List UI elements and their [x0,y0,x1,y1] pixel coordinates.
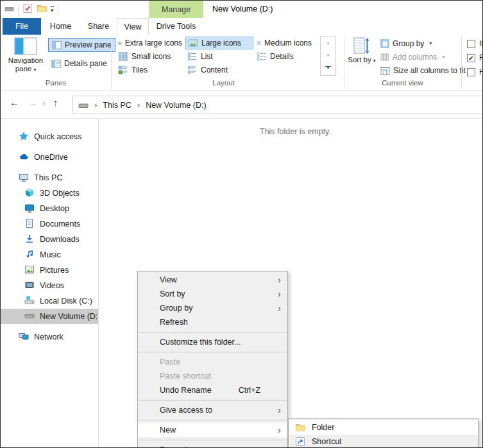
gallery-more-icon[interactable]: ▼ [321,62,335,75]
quick-access-toolbar: ▾ [4,3,58,16]
add-columns-icon [380,53,389,62]
layout-details[interactable]: Details [255,50,314,63]
submenu-item-shortcut[interactable]: Shortcut [289,435,478,448]
sidebar-item-music[interactable]: Music [1,247,98,263]
manage-contextual-header: Manage [149,1,203,18]
menu-item-customize-this-folder[interactable]: Customize this folder... [138,335,287,349]
sort-by-icon [353,37,370,55]
gallery-scroll-up-icon[interactable]: ▲ [321,37,335,49]
menu-item-properties[interactable]: Properties [138,443,287,448]
layout-large-icons-selected[interactable]: Large icons [185,37,253,49]
sidebar-item-quick-access[interactable]: Quick access [1,129,98,144]
menu-item-label: Paste shortcut [160,372,211,381]
content-icon [187,65,198,75]
document-icon [24,218,35,230]
layout-medium-icons[interactable]: Medium icons [255,37,314,49]
menu-item-refresh[interactable]: Refresh [138,315,287,329]
submenu-item-folder-highlighted[interactable]: Folder [289,420,478,435]
preview-pane-button[interactable]: Preview pane [48,38,115,52]
extra-large-icons-icon [118,38,122,48]
layout-extra-large-icons[interactable]: Extra large icons [116,37,184,49]
breadcrumb-new-volume[interactable]: New Volume (D:) [146,101,206,110]
picture-icon [24,264,35,277]
sort-by-button[interactable]: Sort by▾ [347,37,377,79]
up-button[interactable]: ↑ [53,97,58,108]
menu-item-give-access-to[interactable]: Give access to › [138,403,287,417]
sidebar-item-pictures[interactable]: Pictures [1,263,98,278]
submenu-chevron-icon: › [278,301,281,315]
folder-icon [295,422,305,433]
menu-item-label: Sort by [160,289,185,298]
layout-tiles[interactable]: Tiles [116,64,184,76]
sidebar-item-label: Pictures [40,266,69,275]
dropdown-icon: ▾ [33,67,36,73]
checkbox[interactable] [467,40,475,48]
back-button[interactable]: ← [10,97,19,108]
properties-check-icon[interactable] [22,3,33,16]
sidebar-item-desktop[interactable]: Desktop [1,201,98,216]
breadcrumb-this-pc[interactable]: This PC [103,101,131,110]
sidebar-item-label: Music [40,250,61,259]
sidebar-item-this-pc[interactable]: This PC [1,170,98,185]
sidebar-item-3d-objects[interactable]: 3D Objects [1,185,98,201]
checkbox-checked[interactable]: ✔ [467,54,475,62]
size-columns-icon [380,66,390,75]
menu-item-new-highlighted[interactable]: New › [138,423,287,437]
breadcrumb-chevron-icon[interactable]: › [94,100,97,110]
context-menu: View › Sort by › Group by › Refresh Cust… [137,271,288,448]
drive-icon [78,100,89,110]
group-by-button[interactable]: Group by▾ [380,37,466,50]
navigation-pane-button[interactable]: Navigation pane▾ [6,37,46,79]
layout-small-icons[interactable]: Small icons [116,50,184,63]
breadcrumb-chevron-icon[interactable]: › [137,100,140,110]
recent-locations-chevron-icon: ∨ [42,100,46,107]
submenu-item-label: Folder [312,423,334,432]
menu-item-group-by[interactable]: Group by › [138,301,287,315]
customize-qat-dropdown-icon[interactable]: ▾ [51,6,54,13]
tab-view[interactable]: View [117,18,149,35]
menu-item-view[interactable]: View › [138,273,287,287]
computer-icon [19,172,29,184]
tab-file[interactable]: File [3,18,41,35]
file-name-extensions-checkbox[interactable]: ✔ F [467,51,483,65]
layout-list[interactable]: List [185,50,253,63]
sidebar-item-new-volume-d-selected[interactable]: New Volume (D:) [1,309,98,324]
details-pane-button[interactable]: Details pane [48,56,110,71]
sidebar-item-downloads[interactable]: Downloads [1,232,98,247]
title-bar: ▾ Manage New Volume (D:) [1,1,482,18]
layout-gallery-scrollbar[interactable]: ▲ ▼ ▼ [320,36,336,76]
shortcut-icon [295,436,305,447]
menu-item-undo-rename[interactable]: Undo Rename Ctrl+Z [138,383,287,397]
dropdown-icon: ▾ [373,58,376,64]
qat-separator [58,4,58,15]
gallery-scroll-down-icon[interactable]: ▼ [321,49,335,62]
sidebar-item-local-disk-c[interactable]: Local Disk (C:) [1,293,98,309]
hidden-items-checkbox[interactable]: H [467,65,483,79]
sidebar-item-onedrive[interactable]: OneDrive [1,150,98,165]
sidebar-item-label: 3D Objects [40,189,80,198]
sidebar-item-network[interactable]: Network [1,329,98,345]
submenu-chevron-icon: › [278,273,281,287]
item-check-boxes-checkbox[interactable]: It [467,37,483,51]
size-all-columns-button[interactable]: Size all columns to fit [380,64,466,77]
layout-gallery: Extra large icons Small icons Tiles Larg… [116,37,314,76]
sidebar-item-documents[interactable]: Documents [1,216,98,232]
menu-item-paste-disabled: Paste [138,355,287,369]
sidebar-item-label: OneDrive [34,153,68,162]
tab-home[interactable]: Home [41,18,80,35]
sidebar-item-videos[interactable]: Videos [1,278,98,293]
tab-drive-tools[interactable]: Drive Tools [149,18,203,35]
window-title: New Volume (D:) [212,1,273,18]
layout-content[interactable]: Content [185,64,253,76]
new-folder-icon[interactable] [37,3,47,16]
list-icon [187,51,198,62]
network-icon [19,331,29,343]
navigation-pane-label: Navigation pane [8,56,43,73]
checkbox[interactable] [467,68,475,76]
layout-item-label: Small icons [131,52,171,61]
tab-share[interactable]: Share [80,18,117,35]
address-bar[interactable]: › This PC › New Volume (D:) [72,96,483,114]
menu-item-label: Paste [160,358,180,366]
menu-item-sort-by[interactable]: Sort by › [138,287,287,301]
explorer-window: ▾ Manage New Volume (D:) File Home Share… [0,0,483,448]
